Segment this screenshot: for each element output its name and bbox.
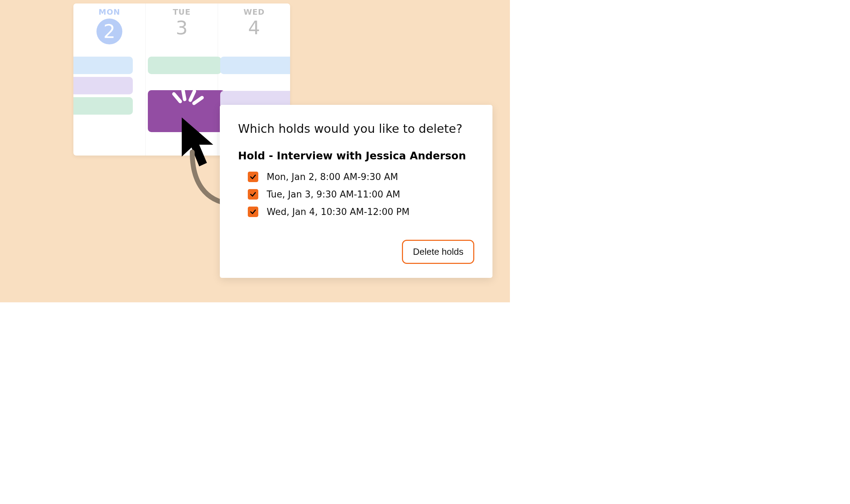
calendar-day-header-wed[interactable]: WED 4 xyxy=(218,3,290,49)
hold-label: Wed, Jan 4, 10:30 AM-12:00 PM xyxy=(267,207,410,217)
hold-row: Tue, Jan 3, 9:30 AM-11:00 AM xyxy=(248,189,474,200)
calendar-event[interactable] xyxy=(73,77,133,94)
calendar-event-selected[interactable] xyxy=(148,90,225,132)
check-icon xyxy=(250,191,257,198)
check-icon xyxy=(250,208,257,215)
calendar-dow: TUE xyxy=(173,8,191,16)
dialog-footer: Delete holds xyxy=(238,240,474,264)
calendar-event[interactable] xyxy=(73,97,133,115)
hold-row: Wed, Jan 4, 10:30 AM-12:00 PM xyxy=(248,207,474,217)
dialog-title: Which holds would you like to delete? xyxy=(238,122,474,136)
hold-checkbox[interactable] xyxy=(248,189,258,200)
calendar-column-mon xyxy=(73,49,146,156)
calendar-column-tue xyxy=(146,49,218,156)
hold-checkbox[interactable] xyxy=(248,172,258,182)
delete-holds-button[interactable]: Delete holds xyxy=(402,240,474,264)
delete-holds-dialog: Which holds would you like to delete? Ho… xyxy=(220,105,492,278)
calendar-today-circle: 2 xyxy=(96,19,122,44)
calendar-event[interactable] xyxy=(73,57,133,74)
calendar-day-header-mon[interactable]: MON 2 xyxy=(73,3,146,49)
calendar-event[interactable] xyxy=(220,57,290,74)
hold-label: Mon, Jan 2, 8:00 AM-9:30 AM xyxy=(267,172,398,182)
calendar-header: MON 2 TUE 3 WED 4 xyxy=(73,3,290,49)
calendar-event[interactable] xyxy=(148,57,221,74)
hold-group-title: Hold - Interview with Jessica Anderson xyxy=(238,150,474,162)
stage: MON 2 TUE 3 WED 4 xyxy=(0,0,510,302)
calendar-dow: MON xyxy=(99,8,120,16)
hold-row: Mon, Jan 2, 8:00 AM-9:30 AM xyxy=(248,172,474,182)
calendar-day-header-tue[interactable]: TUE 3 xyxy=(146,3,218,49)
calendar-day-number: 3 xyxy=(176,19,188,37)
hold-label: Tue, Jan 3, 9:30 AM-11:00 AM xyxy=(267,189,400,200)
calendar-dow: WED xyxy=(244,8,265,16)
calendar-day-number: 2 xyxy=(103,22,115,41)
hold-list: Mon, Jan 2, 8:00 AM-9:30 AM Tue, Jan 3, … xyxy=(238,172,474,217)
check-icon xyxy=(250,173,257,180)
calendar-day-number: 4 xyxy=(248,19,260,37)
hold-checkbox[interactable] xyxy=(248,207,258,217)
